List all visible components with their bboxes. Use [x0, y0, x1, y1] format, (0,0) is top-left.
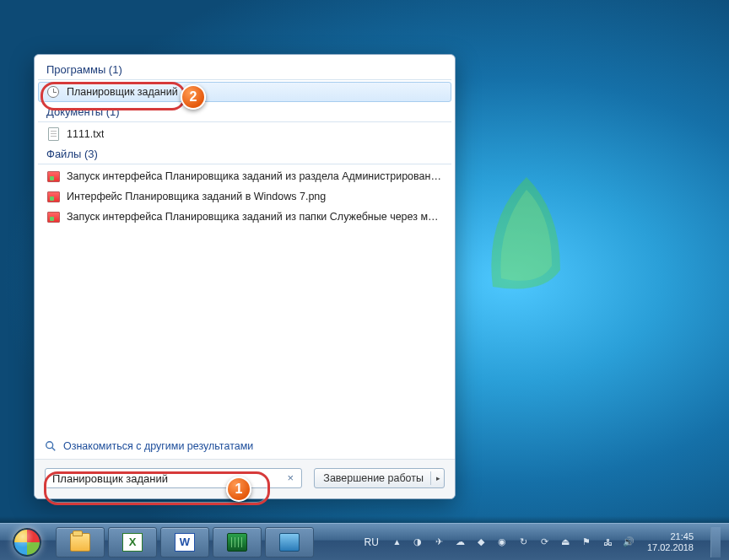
see-more-label: Ознакомиться с другими результатами — [63, 440, 253, 452]
result-label: Запуск интерфейса Планировщика заданий и… — [67, 170, 443, 182]
tray-sync-icon[interactable]: ⟳ — [538, 536, 551, 548]
result-file[interactable]: Запуск интерфейса Планировщика заданий и… — [38, 207, 451, 227]
taskbar-buttons: X W — [56, 527, 314, 557]
windows-logo-icon — [13, 528, 41, 557]
clear-search-button[interactable]: × — [284, 471, 297, 485]
magnifier-icon — [45, 440, 57, 452]
taskbar-taskmgr[interactable] — [213, 527, 262, 557]
clock-time: 21:45 — [647, 531, 694, 542]
tray-icons: ◑ ✈ ☁ ◆ ◉ ↻ ⟳ ⏏ ⚑ 🖧 🔊 — [412, 536, 635, 548]
taskbar-excel[interactable]: X — [108, 527, 157, 557]
category-header-programs: Программы (1) — [38, 60, 451, 80]
category-count: (1) — [109, 63, 122, 76]
taskbar-app[interactable] — [265, 527, 314, 557]
language-indicator[interactable]: RU — [361, 535, 382, 550]
category-header-files: Файлы (3) — [38, 144, 451, 164]
tray-nvidia-icon[interactable]: ◉ — [496, 536, 509, 548]
tray-app-icon[interactable]: ◑ — [412, 536, 424, 548]
tray-telegram-icon[interactable]: ✈ — [433, 536, 446, 548]
category-label: Файлы — [46, 148, 81, 160]
result-file[interactable]: Интерфейс Планировщика заданий в Windows… — [38, 186, 451, 207]
category-count: (3) — [84, 148, 98, 160]
see-more-results-link[interactable]: Ознакомиться с другими результатами — [35, 433, 455, 459]
tray-cloud-icon[interactable]: ☁ — [454, 536, 467, 548]
tray-safely-remove-icon[interactable]: ⏏ — [559, 536, 572, 548]
system-tray: RU ▲ ◑ ✈ ☁ ◆ ◉ ↻ ⟳ ⏏ ⚑ 🖧 🔊 21:45 17.02.2… — [361, 527, 729, 557]
shutdown-button[interactable]: Завершение работы ▸ — [314, 468, 445, 488]
taskbar-clock[interactable]: 21:45 17.02.2018 — [644, 531, 697, 552]
taskbar-shadow — [0, 516, 729, 523]
search-input-wrap: × — [45, 468, 302, 488]
image-file-icon — [46, 190, 60, 203]
taskbar: X W RU ▲ ◑ ✈ ☁ ◆ ◉ ↻ ⟳ ⏏ ⚑ 🖧 🔊 21:45 17.… — [0, 523, 729, 560]
tray-shield-icon[interactable]: ◆ — [475, 536, 488, 548]
show-desktop-button[interactable] — [710, 527, 721, 557]
start-menu-search-panel: Программы (1) Планировщик заданий Докуме… — [34, 54, 456, 499]
shutdown-label: Завершение работы — [323, 472, 424, 484]
search-results-area: Программы (1) Планировщик заданий Докуме… — [35, 55, 455, 433]
result-label: 1111.txt — [67, 128, 104, 140]
app-icon — [279, 533, 300, 552]
result-label: Интерфейс Планировщика заданий в Windows… — [67, 191, 326, 202]
category-count: (1) — [106, 105, 120, 118]
folder-icon — [70, 533, 90, 552]
result-document[interactable]: 1111.txt — [38, 124, 451, 144]
tray-flag-icon[interactable]: ⚑ — [580, 536, 593, 548]
category-header-documents: Документы (1) — [38, 102, 451, 122]
show-hidden-icons[interactable]: ▲ — [391, 536, 403, 548]
divider — [430, 471, 431, 485]
windows-leaf-decor — [476, 169, 577, 304]
taskmgr-icon — [227, 533, 247, 552]
result-label: Запуск интерфейса Планировщика заданий и… — [67, 211, 443, 223]
taskbar-explorer[interactable] — [56, 527, 105, 557]
search-bar: × Завершение работы ▸ — [35, 459, 455, 498]
clock-date: 17.02.2018 — [647, 542, 694, 553]
svg-point-0 — [46, 442, 53, 449]
tray-update-icon[interactable]: ↻ — [517, 536, 530, 548]
category-label: Программы — [46, 63, 105, 76]
image-file-icon — [46, 170, 60, 183]
search-input[interactable] — [45, 468, 302, 488]
result-file[interactable]: Запуск интерфейса Планировщика заданий и… — [38, 166, 451, 186]
clock-icon — [46, 85, 60, 99]
result-label: Планировщик заданий — [67, 86, 178, 98]
image-file-icon — [46, 210, 60, 223]
chevron-right-icon[interactable]: ▸ — [436, 474, 440, 482]
tray-network-icon[interactable]: 🖧 — [602, 536, 614, 548]
taskbar-word[interactable]: W — [160, 527, 209, 557]
category-label: Документы — [46, 105, 103, 118]
svg-line-1 — [52, 448, 56, 451]
start-button[interactable] — [7, 527, 47, 557]
result-task-scheduler[interactable]: Планировщик заданий — [38, 82, 451, 102]
word-icon: W — [175, 533, 195, 552]
excel-icon: X — [122, 533, 143, 552]
tray-volume-icon[interactable]: 🔊 — [623, 536, 635, 548]
text-file-icon — [46, 127, 60, 141]
